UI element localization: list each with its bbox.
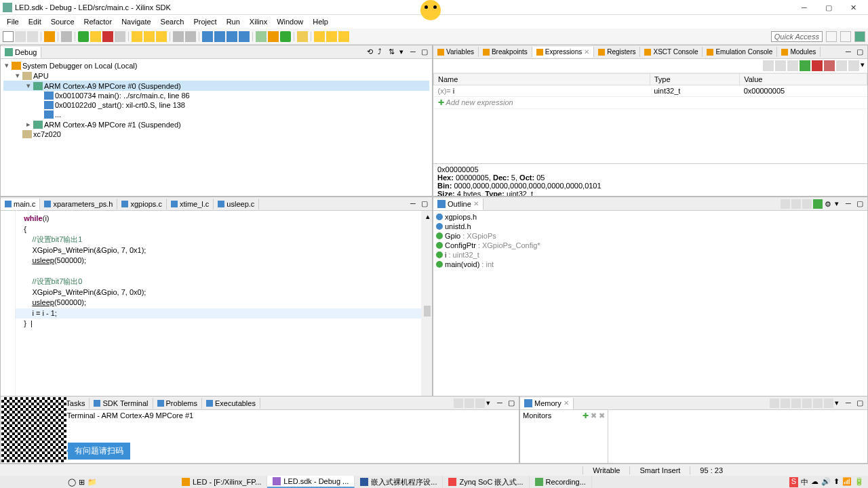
build-icon[interactable] [44,31,55,42]
expr-tool-icon[interactable] [775,60,786,71]
vars-tab[interactable]: Emulation Console [703,47,777,57]
save-all-icon[interactable] [27,31,38,42]
maximize-icon[interactable]: ▢ [421,47,431,57]
debug-tree-item[interactable]: ▸ARM Cortex-A9 MPCore #1 (Suspended) [3,119,429,129]
scroll-up-icon[interactable]: ▴ [426,212,430,221]
expressions-table[interactable]: NameTypeValue (x)= iuint32_t0x00000005 ✚… [433,73,867,163]
tool-icon[interactable] [770,399,779,408]
step-into-icon[interactable] [132,31,142,42]
tool-icon[interactable] [824,399,833,408]
minimize-icon[interactable]: ─ [410,199,420,209]
back-icon[interactable] [326,31,337,42]
tool-icon[interactable] [297,31,308,42]
drop-frame-icon[interactable] [173,31,184,42]
maximize-icon[interactable]: ▢ [856,399,866,408]
tool-icon[interactable] [791,399,801,408]
tool-icon[interactable] [781,399,790,408]
tool-icon[interactable] [475,399,485,408]
menu-help[interactable]: Help [309,16,332,27]
perspective-cpp-icon[interactable] [840,31,851,42]
taskbar-item[interactable]: 嵌入式裸机程序设... [355,476,443,488]
quick-access[interactable]: Quick Access [771,31,823,42]
perspective-debug-icon[interactable] [854,31,865,42]
profile-icon[interactable] [256,31,267,42]
tool-icon[interactable]: ⟲ [367,47,376,57]
maximize-icon[interactable]: ▢ [856,199,866,209]
explorer-icon[interactable]: 📁 [87,478,97,487]
step-over-icon[interactable] [144,31,155,42]
vars-tab[interactable]: XSCT Console [640,47,703,57]
debug-tree-item[interactable]: 0x001022d0 _start(): xil-crt0.S, line 13… [3,100,429,110]
remove-all-icon[interactable]: ✖ [599,411,605,420]
minimize-icon[interactable]: ─ [846,199,855,209]
step-filters-icon[interactable] [185,31,196,42]
taskbar-item[interactable]: Zynq SoC 嵌入式... [443,476,529,488]
tool-icon[interactable] [214,31,225,42]
expr-tool-icon[interactable] [836,60,847,71]
outline-item[interactable]: xgpiops.h [436,212,865,222]
run-icon[interactable] [280,31,291,42]
resume-icon[interactable] [78,31,89,42]
editor-tab[interactable]: xgpiops.c [117,199,166,209]
editor-tab[interactable]: xparameters_ps.h [40,199,117,209]
suspend-icon[interactable] [90,31,101,42]
debug-tree-item[interactable]: ▾ARM Cortex-A9 MPCore #0 (Suspended) [3,81,429,91]
vars-tab[interactable]: Modules [777,47,821,57]
menu-source[interactable]: Source [47,16,79,27]
tool-icon[interactable] [465,399,474,408]
outline-item[interactable]: Gpio : XGpioPs [436,231,865,241]
debug-tree-item[interactable]: xc7z020 [3,129,429,139]
outline-item[interactable]: i : uint32_t [436,250,865,260]
view-menu-icon[interactable]: ▾ [835,399,844,408]
tool-icon[interactable]: ⇅ [389,47,398,57]
menu-search[interactable]: Search [157,16,189,27]
menu-run[interactable]: Run [222,16,244,27]
skip-breakpoints-icon[interactable] [61,31,72,42]
tool-icon[interactable] [226,31,237,42]
maximize-button[interactable]: ▢ [816,1,841,14]
vars-tab[interactable]: Variables [433,47,479,57]
tool-icon[interactable]: ⚙ [824,199,833,209]
tool-icon[interactable] [202,31,213,42]
outline-tab[interactable]: Outline✕ [433,199,484,210]
editor-tab[interactable]: usleep.c [214,199,259,209]
add-icon[interactable] [800,60,810,71]
view-menu-icon[interactable]: ▾ [861,60,865,71]
perspective-resource-icon[interactable] [826,31,837,42]
tool-icon[interactable] [813,399,823,408]
tool-icon[interactable] [813,199,823,209]
menu-xilinx[interactable]: Xilinx [245,16,271,27]
memory-tab[interactable]: Memory✕ [520,398,574,409]
new-icon[interactable] [3,31,14,42]
debug-tree[interactable]: ▾System Debugger on Local (Local)▾APU▾AR… [1,59,432,196]
vars-tab[interactable]: Expressions✕ [532,47,594,58]
maximize-icon[interactable]: ▢ [856,47,866,57]
editor-tab[interactable]: main.c [1,199,40,210]
minimize-button[interactable]: ─ [792,1,816,14]
vars-tab[interactable]: Registers [594,47,640,57]
editor-tab[interactable]: xtime_l.c [167,199,214,209]
forward-icon[interactable] [338,31,349,42]
tool-icon[interactable] [802,199,812,209]
menu-refactor[interactable]: Refactor [80,16,117,27]
expr-tool-icon[interactable] [763,60,774,71]
cortana-icon[interactable]: ◯ [68,478,76,487]
minimize-icon[interactable]: ─ [846,399,855,408]
minimize-icon[interactable]: ─ [846,47,855,57]
tool-icon[interactable]: ⤴ [378,47,387,57]
debug-tree-item[interactable]: ▾APU [3,70,429,81]
taskbar-item[interactable]: LED.sdk - Debug ... [267,476,355,488]
maximize-icon[interactable]: ▢ [508,399,517,408]
debug-tree-item[interactable]: ▾System Debugger on Local (Local) [3,60,429,70]
tool-icon[interactable] [802,399,812,408]
view-menu-icon[interactable]: ▾ [835,199,844,209]
minimize-icon[interactable]: ─ [497,399,507,408]
menu-navigate[interactable]: Navigate [117,16,155,27]
taskbar-item[interactable]: Recording... [530,476,592,488]
remove-icon[interactable] [812,60,823,71]
view-menu-icon[interactable]: ▾ [399,47,409,57]
step-return-icon[interactable] [156,31,167,42]
tool-icon[interactable] [781,199,790,209]
debug-view-tab[interactable]: Debug [1,47,41,58]
system-tray[interactable]: S 中☁🔊⬆📶🔋 [789,477,868,487]
